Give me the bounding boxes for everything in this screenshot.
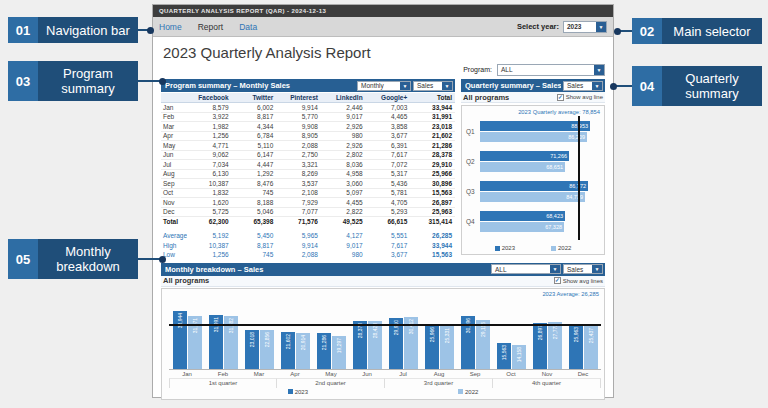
quarter-label: Q4 [466,218,480,225]
mbar-2023-Mar: 23,018 [245,330,259,369]
callout-dot [159,256,166,263]
mbar-2022-Jun: 28,423 [368,321,382,369]
quarterly-summary-title: Quarterly summary – Sales [465,81,561,90]
callout-number: 04 [632,66,662,106]
average-line [169,324,601,326]
nav-report[interactable]: Report [198,22,224,32]
nav-home[interactable]: Home [159,22,182,32]
mbar-2023-Aug: 25,966 [425,325,439,369]
callout-number: 03 [8,61,38,101]
callout-monthly-breakdown: 05 Monthly breakdown [8,239,138,279]
quarterly-summary-panel: Quarterly summary – Sales Sales ▼ All pr… [461,79,605,260]
quarter-group-label: 2nd quarter [277,378,385,388]
callout-dot [147,27,154,34]
table-row: Nov1,6208,1887,9294,4554,70526,897 [161,198,455,208]
select-year-dropdown[interactable]: 2023 ▼ [563,21,607,33]
all-programs-label: All programs [463,93,509,102]
program-dropdown[interactable]: ALL ▼ [497,64,605,76]
qbar-2022-Q3: 84,739 [480,192,585,202]
quarter-label: Q2 [466,158,480,165]
table-row: Oct1,8327452,1085,0975,78115,563 [161,188,455,198]
mbar-2022-Mar: 22,856 [260,330,274,369]
quarterly-average-annotation: 2023 Quarterly average: 78,854 [518,109,600,115]
mbar-2023-Nov: 26,897 [533,323,547,369]
mbar-2022-Dec: 25,437 [584,326,598,369]
table-row: Jun9,0626,1472,7502,8027,61728,378 [161,150,455,160]
mbar-2022-Nov: 27,773 [548,322,562,369]
table-row: Aug6,1301,2928,2694,9585,31725,966 [161,169,455,179]
checkbox-checked-icon: ✓ [557,94,564,101]
mbar-2023-Jan: 33,944 [173,311,187,369]
callout-number: 01 [8,17,38,43]
callout-dot [610,83,617,90]
table-row: Low1,2567452,0889803,67715,563 [161,250,455,260]
chevron-down-icon: ▼ [594,65,604,75]
monthly-breakdown-title: Monthly breakdown – Sales [165,265,489,274]
period-dropdown[interactable]: Monthly ▼ [357,81,411,91]
legend-2022: 2022 [551,245,571,251]
callout-number: 02 [632,18,662,44]
monthly-program-dropdown[interactable]: ALL ▼ [491,264,561,274]
mbar-2022-Sep: 29,116 [476,320,490,369]
page-title: 2023 Quarterly Analysis Report [163,44,605,61]
table-row: Apr1,2566,7848,9059803,67721,602 [161,131,455,141]
callout-label: Monthly breakdown [38,239,138,279]
monthly-average-annotation: 2023 Average: 26,285 [542,291,599,297]
mbar-2022-Oct: 14,158 [512,345,526,369]
month-group: 21,28619,297 [313,333,349,369]
select-year-label: Select year: [517,22,559,31]
mbar-2022-May: 19,297 [332,336,346,369]
mbar-2022-Aug: 25,331 [440,326,454,369]
chevron-down-icon: ▼ [592,82,602,90]
callout-number: 05 [8,239,38,279]
qbar-2023-Q4: 68,423 [480,211,565,221]
quarter-group-label: 3rd quarter [385,378,493,388]
program-summary-panel: Program summary – Monthly Sales Monthly … [161,79,455,260]
qbar-2022-Q2: 68,651 [480,162,565,172]
qbar-2023-Q3: 86,772 [480,181,588,191]
qbar-2022-Q1: 86,209 [480,132,587,142]
quarter-label: Q1 [466,128,480,135]
average-line [578,116,580,240]
callout-program-summary: 03 Program summary [8,61,138,101]
mbar-2022-Apr: 20,914 [296,333,310,369]
callout-quarterly-summary: 04 Quarterly summary [632,66,762,106]
monthly-bar-chart: 2023 Average: 26,285 33,94431,07131,9913… [161,288,605,400]
mbar-2023-Apr: 21,602 [281,332,295,369]
month-group: 25,96625,331 [421,325,457,369]
monthly-metric-dropdown[interactable]: Sales ▼ [563,264,603,274]
checkbox-checked-icon: ✓ [554,277,561,284]
callout-label: Program summary [38,61,138,101]
monthly-breakdown-panel: Monthly breakdown – Sales ALL ▼ Sales ▼ … [161,263,605,400]
table-row: Total62,30065,39871,57649,52566,615315,4… [161,217,455,227]
month-group: 33,94431,071 [169,311,205,369]
qbar-2023-Q1: 88,953 [480,121,590,131]
show-avg-lines-checkbox[interactable]: ✓ Show avg lines [554,277,603,284]
quarter-axis: 1st quarter2nd quarter3rd quarter4th qua… [169,378,601,388]
month-group: 25,96325,437 [565,325,601,369]
chevron-down-icon: ▼ [592,265,602,273]
show-avg-line-checkbox[interactable]: ✓ Show avg line [557,94,603,101]
nav-data[interactable]: Data [239,22,257,32]
month-group: 31,99131,382 [205,315,241,369]
table-row: High10,3878,8179,9149,0177,61733,944 [161,241,455,251]
navigation-bar: Home Report Data Select year: 2023 ▼ [153,17,613,37]
program-summary-title: Program summary – Monthly Sales [165,81,355,90]
table-row: Mar1,9824,3449,9082,9263,85823,018 [161,122,455,132]
chevron-down-icon: ▼ [442,82,452,90]
app-titlebar: QUARTERLY ANALYSIS REPORT (QAR) - 2024-1… [153,5,613,17]
legend-2022: 2022 [458,388,478,396]
table-row: Average5,1925,4505,9654,1275,55126,285 [161,231,455,241]
quarterly-metric-dropdown[interactable]: Sales ▼ [563,81,603,91]
month-group: 26,89727,773 [529,322,565,369]
table-row: Jan8,5796,0029,9142,4467,00333,944 [161,103,455,113]
legend-2023: 2023 [495,245,515,251]
table-row: May4,7715,1102,0882,9266,39121,286 [161,141,455,151]
chevron-down-icon: ▼ [550,265,560,273]
qbar-2022-Q4: 67,328 [480,222,564,232]
metric-dropdown[interactable]: Sales ▼ [413,81,453,91]
table-row: Feb3,9228,8175,7709,0174,46531,991 [161,112,455,122]
chevron-down-icon: ▼ [596,22,606,32]
callout-label: Navigation bar [38,17,138,43]
table-row: Sep10,3878,4763,5373,0605,43630,896 [161,179,455,189]
